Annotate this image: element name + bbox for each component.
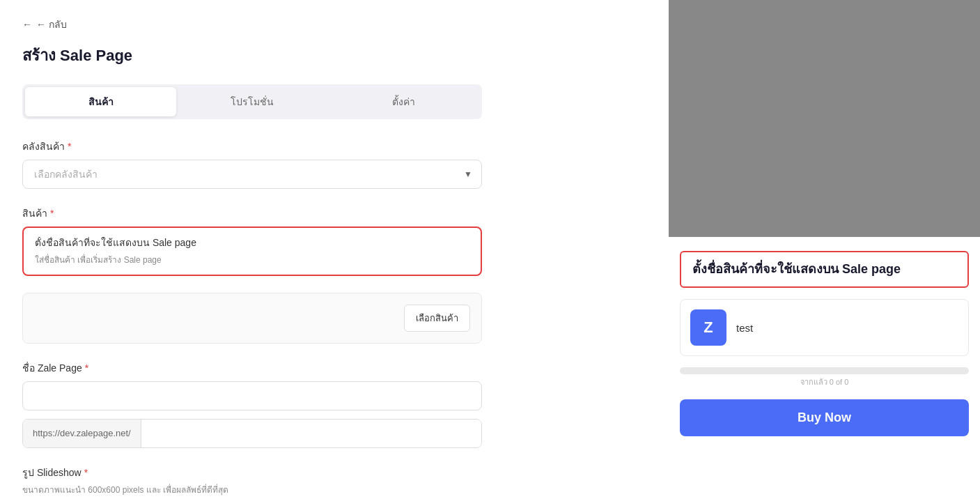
- tab-settings[interactable]: ตั้งค่า: [328, 87, 479, 116]
- tab-promotion[interactable]: โปรโมชั่น: [176, 87, 327, 116]
- select-product-button[interactable]: เลือกสินค้า: [404, 305, 470, 332]
- warehouse-group: คลังสินค้า* เลือกคลังสินค้า ▼: [22, 139, 482, 189]
- zale-page-name-input[interactable]: [22, 381, 482, 410]
- preview-content: ตั้งชื่อสินค้าที่จะใช้แสดงบน Sale page Z…: [669, 237, 980, 499]
- preview-product-name: ตั้งชื่อสินค้าที่จะใช้แสดงบน Sale page: [680, 251, 969, 288]
- back-button[interactable]: ← ← กลับ: [22, 17, 646, 32]
- back-arrow-icon: ←: [22, 19, 32, 30]
- product-group: สินค้า* ใส่ชื่อสินค้า เพื่อเริ่มสร้าง Sa…: [22, 206, 482, 276]
- tabs-container: สินค้า โปรโมชั่น ตั้งค่า: [22, 84, 482, 119]
- product-input-wrapper[interactable]: ใส่ชื่อสินค้า เพื่อเริ่มสร้าง Sale page: [22, 227, 482, 276]
- progress-label: จากแล้ว 0 of 0: [680, 376, 969, 388]
- url-slug-input[interactable]: [141, 420, 481, 447]
- preview-product-card-name: test: [736, 322, 753, 334]
- slideshow-group: รูป Slideshow* ขนาดภาพแนะนำ 600x600 pixe…: [22, 465, 482, 496]
- zale-page-name-group: ชื่อ Zale Page* https://dev.zalepage.net…: [22, 360, 482, 448]
- form-section: คลังสินค้า* เลือกคลังสินค้า ▼ สินค้า* ใส…: [22, 139, 482, 496]
- back-label: ← กลับ: [36, 17, 67, 32]
- page-title: สร้าง Sale Page: [22, 43, 646, 68]
- right-panel: ตั้งชื่อสินค้าที่จะใช้แสดงบน Sale page Z…: [669, 0, 980, 499]
- product-area: เลือกสินค้า: [22, 293, 482, 344]
- tab-product[interactable]: สินค้า: [25, 87, 176, 116]
- progress-section: จากแล้ว 0 of 0: [680, 367, 969, 388]
- product-input-hint: ใส่ชื่อสินค้า เพื่อเริ่มสร้าง Sale page: [35, 253, 469, 266]
- progress-bar-wrapper: [680, 367, 969, 374]
- warehouse-select-wrapper: เลือกคลังสินค้า ▼: [22, 160, 482, 189]
- slideshow-hint: ขนาดภาพแนะนำ 600x600 pixels และ เพื่อผลล…: [22, 483, 482, 496]
- preview-image-area: [669, 0, 980, 237]
- url-wrapper: https://dev.zalepage.net/: [22, 419, 482, 448]
- slideshow-label: รูป Slideshow*: [22, 465, 482, 480]
- avatar: Z: [690, 309, 726, 346]
- product-label: สินค้า*: [22, 206, 482, 221]
- buy-now-button[interactable]: Buy Now: [680, 399, 969, 436]
- product-name-input[interactable]: [35, 237, 469, 248]
- zale-page-name-label: ชื่อ Zale Page*: [22, 360, 482, 376]
- url-prefix: https://dev.zalepage.net/: [23, 420, 141, 447]
- warehouse-select[interactable]: เลือกคลังสินค้า: [22, 160, 482, 189]
- warehouse-label: คลังสินค้า*: [22, 139, 482, 154]
- left-panel: ← ← กลับ สร้าง Sale Page สินค้า โปรโมชั่…: [0, 0, 669, 499]
- preview-product-card: Z test: [680, 299, 969, 356]
